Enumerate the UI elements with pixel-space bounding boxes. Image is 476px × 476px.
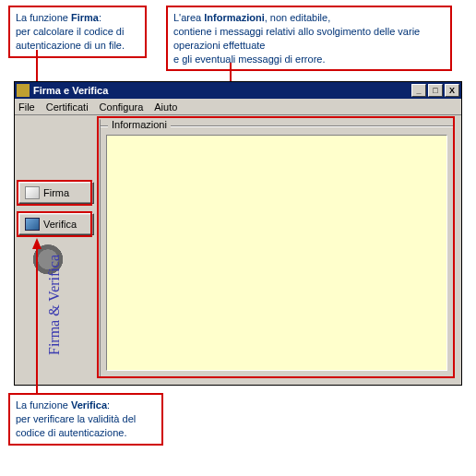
maximize-button[interactable]: □ <box>428 84 443 97</box>
verifica-icon <box>25 218 40 231</box>
informazioni-group: Informazioni <box>100 119 454 377</box>
close-button[interactable]: X <box>445 84 459 97</box>
menu-configura[interactable]: Configura <box>100 101 144 113</box>
menu-certificati[interactable]: Certificati <box>46 101 89 113</box>
minimize-button[interactable]: _ <box>411 84 426 97</box>
callout-verifica: La funzione Verifica: per verificare la … <box>8 393 163 446</box>
firma-button-label: Firma <box>43 187 69 198</box>
firma-button[interactable]: Firma <box>18 182 94 204</box>
menu-aiuto[interactable]: Aiuto <box>154 101 177 113</box>
menubar: File Certificati Configura Aiuto <box>15 99 461 115</box>
informazioni-area <box>106 135 447 371</box>
informazioni-legend: Informazioni <box>108 119 171 130</box>
menu-file[interactable]: File <box>18 101 35 113</box>
window-title: Firma e Verifica <box>33 85 108 96</box>
verifica-button[interactable]: Verifica <box>18 213 94 235</box>
app-window: Firma e Verifica _ □ X File Certificati … <box>14 81 462 386</box>
titlebar: Firma e Verifica _ □ X <box>15 82 461 99</box>
verifica-button-label: Verifica <box>43 219 77 230</box>
vertical-app-label: Firma & Verifica <box>46 255 63 355</box>
sidebar: Firma Verifica Firma & Verifica <box>18 115 94 381</box>
callout-informazioni: L'area Informazioni, non editabile, cont… <box>166 6 452 71</box>
firma-icon <box>25 186 40 199</box>
app-icon <box>17 84 30 97</box>
callout-firma: La funzione Firma: per calcolare il codi… <box>8 6 147 58</box>
